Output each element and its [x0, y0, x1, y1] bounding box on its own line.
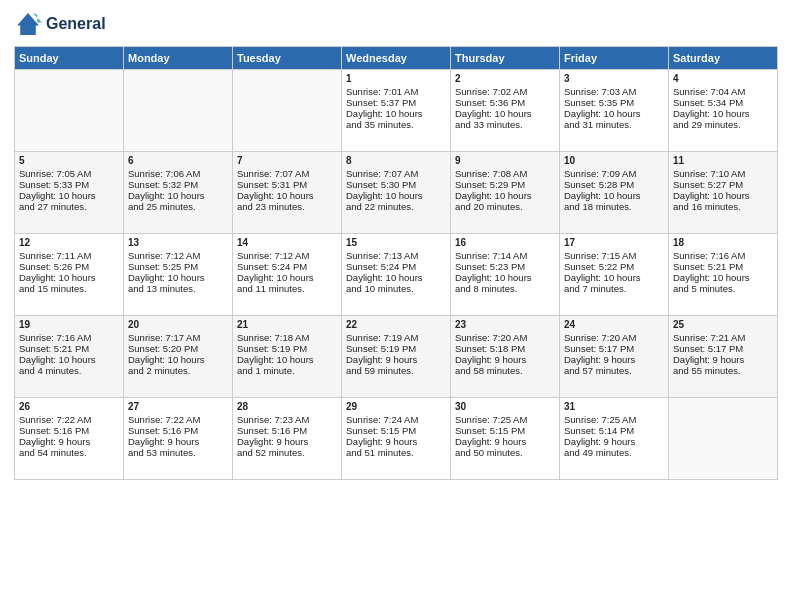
day-info: Daylight: 10 hours: [128, 272, 228, 283]
day-info: Sunset: 5:14 PM: [564, 425, 664, 436]
day-info: Sunset: 5:21 PM: [673, 261, 773, 272]
day-info: and 55 minutes.: [673, 365, 773, 376]
day-number: 24: [564, 319, 664, 330]
day-info: and 4 minutes.: [19, 365, 119, 376]
day-info: and 51 minutes.: [346, 447, 446, 458]
calendar-cell: 12Sunrise: 7:11 AMSunset: 5:26 PMDayligh…: [15, 234, 124, 316]
day-info: Daylight: 9 hours: [128, 436, 228, 447]
calendar-cell: 13Sunrise: 7:12 AMSunset: 5:25 PMDayligh…: [124, 234, 233, 316]
day-info: Daylight: 10 hours: [237, 354, 337, 365]
calendar-cell: 20Sunrise: 7:17 AMSunset: 5:20 PMDayligh…: [124, 316, 233, 398]
day-info: Sunrise: 7:17 AM: [128, 332, 228, 343]
day-info: and 50 minutes.: [455, 447, 555, 458]
calendar-cell: 4Sunrise: 7:04 AMSunset: 5:34 PMDaylight…: [669, 70, 778, 152]
day-info: Sunset: 5:29 PM: [455, 179, 555, 190]
day-info: and 25 minutes.: [128, 201, 228, 212]
day-info: Sunset: 5:15 PM: [346, 425, 446, 436]
day-info: Sunset: 5:24 PM: [237, 261, 337, 272]
day-info: Daylight: 10 hours: [346, 190, 446, 201]
calendar-cell: [233, 70, 342, 152]
day-header-monday: Monday: [124, 47, 233, 70]
day-info: and 1 minute.: [237, 365, 337, 376]
calendar-table: SundayMondayTuesdayWednesdayThursdayFrid…: [14, 46, 778, 480]
day-info: Daylight: 9 hours: [455, 354, 555, 365]
day-info: Sunrise: 7:19 AM: [346, 332, 446, 343]
day-info: Sunrise: 7:12 AM: [237, 250, 337, 261]
day-number: 5: [19, 155, 119, 166]
day-info: Sunrise: 7:01 AM: [346, 86, 446, 97]
day-info: and 59 minutes.: [346, 365, 446, 376]
day-info: Sunset: 5:32 PM: [128, 179, 228, 190]
day-number: 13: [128, 237, 228, 248]
logo-text: General: [46, 14, 106, 33]
day-info: Sunrise: 7:13 AM: [346, 250, 446, 261]
day-info: and 16 minutes.: [673, 201, 773, 212]
day-info: Daylight: 10 hours: [564, 272, 664, 283]
day-info: and 57 minutes.: [564, 365, 664, 376]
day-info: Daylight: 10 hours: [237, 272, 337, 283]
week-row-3: 12Sunrise: 7:11 AMSunset: 5:26 PMDayligh…: [15, 234, 778, 316]
day-info: Sunset: 5:30 PM: [346, 179, 446, 190]
day-info: Sunset: 5:17 PM: [673, 343, 773, 354]
calendar-cell: 22Sunrise: 7:19 AMSunset: 5:19 PMDayligh…: [342, 316, 451, 398]
calendar-cell: 25Sunrise: 7:21 AMSunset: 5:17 PMDayligh…: [669, 316, 778, 398]
day-info: Sunrise: 7:23 AM: [237, 414, 337, 425]
day-info: and 35 minutes.: [346, 119, 446, 130]
calendar-cell: [15, 70, 124, 152]
day-info: Sunrise: 7:20 AM: [455, 332, 555, 343]
day-info: Daylight: 10 hours: [564, 108, 664, 119]
day-number: 25: [673, 319, 773, 330]
day-number: 18: [673, 237, 773, 248]
calendar-cell: 29Sunrise: 7:24 AMSunset: 5:15 PMDayligh…: [342, 398, 451, 480]
day-info: Sunrise: 7:25 AM: [455, 414, 555, 425]
week-row-2: 5Sunrise: 7:05 AMSunset: 5:33 PMDaylight…: [15, 152, 778, 234]
day-number: 9: [455, 155, 555, 166]
day-info: and 10 minutes.: [346, 283, 446, 294]
day-info: Daylight: 10 hours: [346, 108, 446, 119]
day-info: and 31 minutes.: [564, 119, 664, 130]
day-header-thursday: Thursday: [451, 47, 560, 70]
day-info: Sunset: 5:23 PM: [455, 261, 555, 272]
logo: General: [14, 10, 106, 38]
day-info: Sunset: 5:35 PM: [564, 97, 664, 108]
day-number: 3: [564, 73, 664, 84]
calendar-cell: 3Sunrise: 7:03 AMSunset: 5:35 PMDaylight…: [560, 70, 669, 152]
day-info: Sunrise: 7:08 AM: [455, 168, 555, 179]
day-info: Sunrise: 7:22 AM: [128, 414, 228, 425]
day-info: Sunrise: 7:02 AM: [455, 86, 555, 97]
day-info: Sunrise: 7:07 AM: [237, 168, 337, 179]
day-info: and 27 minutes.: [19, 201, 119, 212]
day-info: Sunset: 5:36 PM: [455, 97, 555, 108]
calendar-cell: 5Sunrise: 7:05 AMSunset: 5:33 PMDaylight…: [15, 152, 124, 234]
day-info: Daylight: 9 hours: [237, 436, 337, 447]
week-row-4: 19Sunrise: 7:16 AMSunset: 5:21 PMDayligh…: [15, 316, 778, 398]
day-info: Sunset: 5:21 PM: [19, 343, 119, 354]
day-info: and 7 minutes.: [564, 283, 664, 294]
day-info: Sunset: 5:33 PM: [19, 179, 119, 190]
day-info: Daylight: 9 hours: [455, 436, 555, 447]
day-info: Sunrise: 7:09 AM: [564, 168, 664, 179]
day-number: 1: [346, 73, 446, 84]
day-number: 15: [346, 237, 446, 248]
day-number: 16: [455, 237, 555, 248]
day-number: 4: [673, 73, 773, 84]
calendar-cell: 28Sunrise: 7:23 AMSunset: 5:16 PMDayligh…: [233, 398, 342, 480]
calendar-cell: 31Sunrise: 7:25 AMSunset: 5:14 PMDayligh…: [560, 398, 669, 480]
day-info: Sunrise: 7:16 AM: [673, 250, 773, 261]
day-info: Sunset: 5:24 PM: [346, 261, 446, 272]
day-number: 21: [237, 319, 337, 330]
day-info: and 20 minutes.: [455, 201, 555, 212]
day-info: Sunrise: 7:05 AM: [19, 168, 119, 179]
day-info: Sunset: 5:37 PM: [346, 97, 446, 108]
day-info: Sunset: 5:28 PM: [564, 179, 664, 190]
day-info: Sunset: 5:19 PM: [237, 343, 337, 354]
day-header-tuesday: Tuesday: [233, 47, 342, 70]
day-number: 22: [346, 319, 446, 330]
day-info: Sunset: 5:20 PM: [128, 343, 228, 354]
day-info: and 11 minutes.: [237, 283, 337, 294]
calendar-cell: [669, 398, 778, 480]
day-info: Sunrise: 7:16 AM: [19, 332, 119, 343]
day-info: Sunrise: 7:22 AM: [19, 414, 119, 425]
calendar-cell: 6Sunrise: 7:06 AMSunset: 5:32 PMDaylight…: [124, 152, 233, 234]
day-info: and 53 minutes.: [128, 447, 228, 458]
